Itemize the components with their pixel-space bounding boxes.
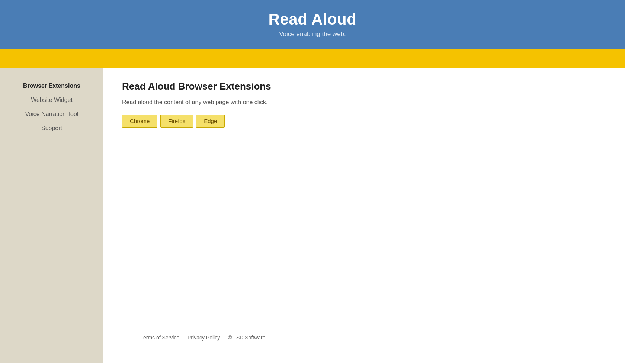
edge-button[interactable]: Edge bbox=[196, 115, 225, 128]
chrome-button[interactable]: Chrome bbox=[122, 115, 157, 128]
site-title: Read Aloud bbox=[7, 10, 618, 28]
page-description: Read aloud the content of any web page w… bbox=[122, 99, 606, 106]
sidebar-item-browser-extensions[interactable]: Browser Extensions bbox=[0, 79, 103, 93]
sidebar: Browser Extensions Website Widget Voice … bbox=[0, 68, 103, 363]
sidebar-item-website-widget[interactable]: Website Widget bbox=[0, 93, 103, 107]
main-content-area: Read Aloud Browser Extensions Read aloud… bbox=[103, 68, 625, 363]
page-layout: Browser Extensions Website Widget Voice … bbox=[0, 68, 625, 363]
firefox-button[interactable]: Firefox bbox=[160, 115, 193, 128]
page-footer: Terms of Service — Privacy Policy — © LS… bbox=[122, 327, 606, 348]
sidebar-item-voice-narration-tool[interactable]: Voice Narration Tool bbox=[0, 107, 103, 121]
site-header: Read Aloud Voice enabling the web. bbox=[0, 0, 625, 49]
browser-buttons-group: Chrome Firefox Edge bbox=[122, 115, 606, 128]
accent-bar bbox=[0, 49, 625, 68]
page-title: Read Aloud Browser Extensions bbox=[122, 81, 606, 92]
content-body: Read Aloud Browser Extensions Read aloud… bbox=[122, 81, 606, 327]
footer-text: Terms of Service — Privacy Policy — © LS… bbox=[141, 335, 266, 341]
sidebar-item-support[interactable]: Support bbox=[0, 121, 103, 135]
site-subtitle: Voice enabling the web. bbox=[7, 30, 618, 38]
